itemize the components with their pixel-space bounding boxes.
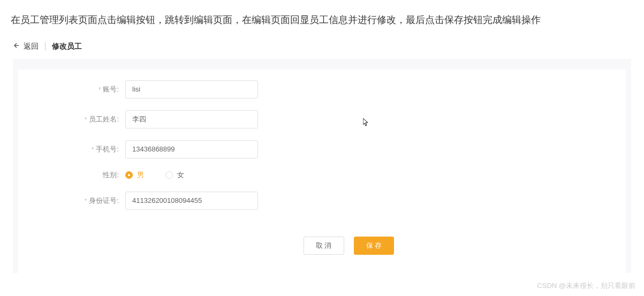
- button-row: 取 消 保 存: [18, 237, 626, 255]
- gender-label: 性别:: [18, 170, 125, 180]
- name-input[interactable]: [125, 110, 258, 128]
- phone-label: 手机号:: [18, 145, 125, 154]
- name-label: 员工姓名:: [18, 115, 125, 124]
- form-row-account: 账号:: [18, 80, 626, 98]
- idcard-input[interactable]: [125, 192, 258, 210]
- watermark: CSDN @未来很长，别只看眼前: [537, 281, 635, 291]
- form-row-phone: 手机号:: [18, 140, 626, 158]
- radio-icon: [125, 171, 133, 179]
- phone-input[interactable]: [125, 140, 258, 158]
- idcard-label: 身份证号:: [18, 196, 125, 206]
- form-row-idcard: 身份证号:: [18, 192, 626, 210]
- radio-icon: [165, 171, 173, 179]
- radio-female-label: 女: [177, 170, 184, 180]
- form-row-gender: 性别: 男 女: [18, 170, 626, 180]
- header-bar: 返回 修改员工: [0, 36, 644, 57]
- radio-female[interactable]: 女: [165, 170, 184, 180]
- form-panel: 账号: 员工姓名: 手机号: 性别: 男 女: [18, 70, 626, 273]
- content-wrapper: 账号: 员工姓名: 手机号: 性别: 男 女: [13, 59, 631, 273]
- account-label: 账号:: [18, 85, 125, 94]
- description-text: 在员工管理列表页面点击编辑按钮，跳转到编辑页面，在编辑页面回显员工信息并进行修改…: [0, 0, 644, 36]
- arrow-left-icon: [13, 42, 20, 51]
- radio-male-label: 男: [137, 170, 144, 180]
- back-label: 返回: [24, 42, 39, 51]
- form-row-name: 员工姓名:: [18, 110, 626, 128]
- divider: [45, 42, 46, 51]
- radio-male[interactable]: 男: [125, 170, 144, 180]
- page-title: 修改员工: [52, 42, 82, 51]
- gender-radio-group: 男 女: [125, 170, 258, 180]
- cancel-button[interactable]: 取 消: [304, 237, 344, 255]
- account-input[interactable]: [125, 80, 258, 98]
- back-button[interactable]: 返回: [13, 42, 39, 51]
- save-button[interactable]: 保 存: [354, 237, 395, 255]
